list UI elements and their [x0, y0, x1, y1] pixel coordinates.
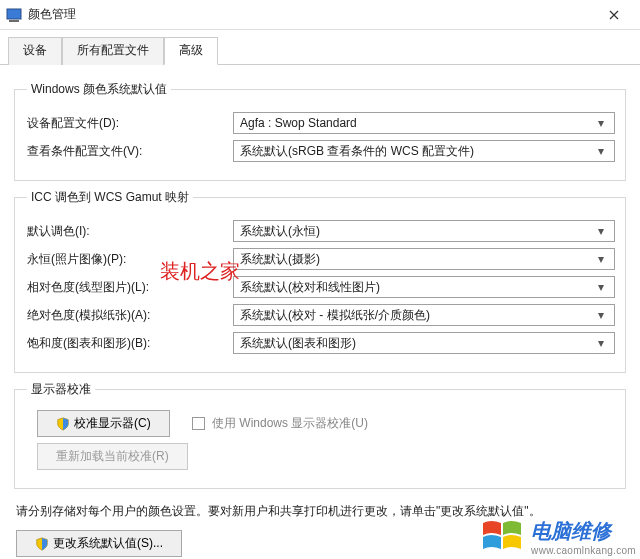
- titlebar: 颜色管理: [0, 0, 640, 30]
- device-profile-value: Agfa : Swop Standard: [240, 116, 594, 130]
- group-calib-legend: 显示器校准: [27, 381, 95, 398]
- chevron-down-icon: ▾: [594, 249, 608, 269]
- chevron-down-icon: ▾: [594, 277, 608, 297]
- tab-content: Windows 颜色系统默认值 设备配置文件(D): Agfa : Swop S…: [0, 65, 640, 559]
- footer-text: 电脑维修 www.caomlnkang.com: [531, 518, 636, 556]
- relative-label: 相对色度(线型图片)(L):: [27, 279, 233, 296]
- close-icon: [609, 10, 619, 20]
- tab-advanced[interactable]: 高级: [164, 37, 218, 65]
- saturation-select[interactable]: 系统默认(图表和图形) ▾: [233, 332, 615, 354]
- viewing-conditions-value: 系统默认(sRGB 查看条件的 WCS 配置文件): [240, 143, 594, 160]
- chevron-down-icon: ▾: [594, 141, 608, 161]
- chevron-down-icon: ▾: [594, 333, 608, 353]
- change-system-defaults-label: 更改系统默认值(S)...: [53, 535, 163, 552]
- window-title: 颜色管理: [28, 6, 594, 23]
- reload-calibration-button: 重新加载当前校准(R): [37, 443, 188, 470]
- group-defaults-legend: Windows 颜色系统默认值: [27, 81, 171, 98]
- default-intent-select[interactable]: 系统默认(永恒) ▾: [233, 220, 615, 242]
- perpetual-select[interactable]: 系统默认(摄影) ▾: [233, 248, 615, 270]
- calibrate-display-button[interactable]: 校准显示器(C): [37, 410, 170, 437]
- footer-brand: 电脑维修: [531, 520, 611, 542]
- chevron-down-icon: ▾: [594, 221, 608, 241]
- close-button[interactable]: [594, 1, 634, 29]
- perpetual-value: 系统默认(摄影): [240, 251, 594, 268]
- viewing-conditions-select[interactable]: 系统默认(sRGB 查看条件的 WCS 配置文件) ▾: [233, 140, 615, 162]
- use-windows-calibration-row: 使用 Windows 显示器校准(U): [192, 415, 368, 432]
- group-icc-legend: ICC 调色到 WCS Gamut 映射: [27, 189, 193, 206]
- footer-url: www.caomlnkang.com: [531, 545, 636, 556]
- viewing-conditions-label: 查看条件配置文件(V):: [27, 143, 233, 160]
- group-icc-mapping: ICC 调色到 WCS Gamut 映射 默认调色(I): 系统默认(永恒) ▾…: [14, 189, 626, 373]
- absolute-select[interactable]: 系统默认(校对 - 模拟纸张/介质颜色) ▾: [233, 304, 615, 326]
- calibrate-display-label: 校准显示器(C): [74, 415, 151, 432]
- reload-calibration-label: 重新加载当前校准(R): [56, 448, 169, 465]
- footer-logo: 电脑维修 www.caomlnkang.com: [481, 517, 636, 557]
- group-calibration: 显示器校准 校准显示器(C) 使用 Windows 显示器校准(U) 重新加载当…: [14, 381, 626, 489]
- windows-flag-icon: [481, 517, 525, 557]
- absolute-value: 系统默认(校对 - 模拟纸张/介质颜色): [240, 307, 594, 324]
- use-windows-calibration-label: 使用 Windows 显示器校准(U): [212, 416, 368, 430]
- device-profile-select[interactable]: Agfa : Swop Standard ▾: [233, 112, 615, 134]
- device-profile-label: 设备配置文件(D):: [27, 115, 233, 132]
- saturation-value: 系统默认(图表和图形): [240, 335, 594, 352]
- svg-rect-0: [7, 9, 21, 19]
- svg-rect-1: [9, 20, 19, 22]
- relative-select[interactable]: 系统默认(校对和线性图片) ▾: [233, 276, 615, 298]
- perpetual-label: 永恒(照片图像)(P):: [27, 251, 233, 268]
- tab-devices[interactable]: 设备: [8, 37, 62, 65]
- shield-icon: [35, 537, 49, 551]
- relative-value: 系统默认(校对和线性图片): [240, 279, 594, 296]
- default-intent-value: 系统默认(永恒): [240, 223, 594, 240]
- absolute-label: 绝对色度(模拟纸张)(A):: [27, 307, 233, 324]
- saturation-label: 饱和度(图表和图形)(B):: [27, 335, 233, 352]
- chevron-down-icon: ▾: [594, 113, 608, 133]
- shield-icon: [56, 417, 70, 431]
- use-windows-calibration-checkbox[interactable]: [192, 417, 205, 430]
- app-icon: [6, 7, 22, 23]
- group-color-defaults: Windows 颜色系统默认值 设备配置文件(D): Agfa : Swop S…: [14, 81, 626, 181]
- tab-strip: 设备 所有配置文件 高级: [0, 30, 640, 65]
- tab-all-profiles[interactable]: 所有配置文件: [62, 37, 164, 65]
- chevron-down-icon: ▾: [594, 305, 608, 325]
- default-intent-label: 默认调色(I):: [27, 223, 233, 240]
- change-system-defaults-button[interactable]: 更改系统默认值(S)...: [16, 530, 182, 557]
